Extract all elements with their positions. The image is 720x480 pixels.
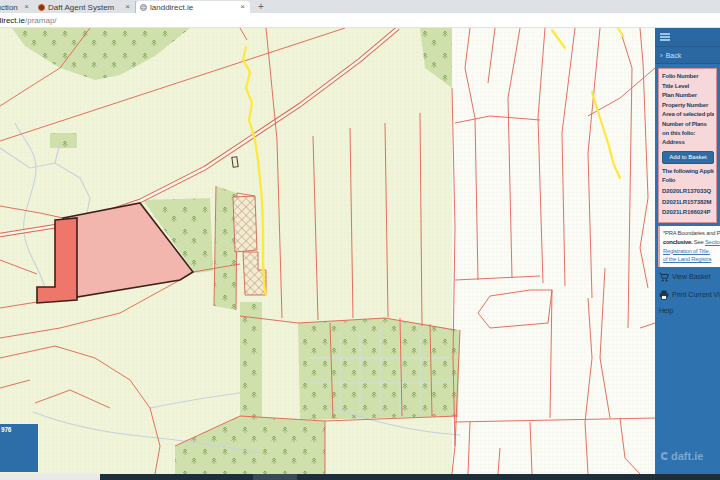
taskbar-segment xyxy=(297,474,720,480)
folio-info-text: 976 xyxy=(1,426,11,433)
land-registration-link[interactable]: of the Land Registra xyxy=(663,255,719,264)
hatched-parcel[interactable] xyxy=(233,196,257,252)
forest-area xyxy=(298,318,460,420)
registration-of-title-link[interactable]: Registration of Title, xyxy=(663,247,719,256)
menu-icon[interactable] xyxy=(660,32,670,43)
building-symbol xyxy=(232,157,238,168)
land-registry-map[interactable] xyxy=(0,28,655,474)
field-area-selected-plans: Area of selected plans xyxy=(662,110,714,120)
field-number-of-plans: Number of Plans on this folio: xyxy=(662,120,714,138)
folio-number: D2021LR157382M xyxy=(662,197,714,208)
landdirect-favicon-icon xyxy=(140,4,147,11)
url-path: /pramap/ xyxy=(25,16,57,25)
back-label: Back xyxy=(666,52,682,59)
tab-auction[interactable]: auction × xyxy=(0,1,34,13)
field-plan-number: Plan Number xyxy=(662,91,714,101)
tab-title: auction xyxy=(0,3,20,12)
folio-number: D2021LR166024P xyxy=(662,207,714,218)
tab-title: Daft Agent System xyxy=(48,3,121,12)
new-tab-button[interactable]: + xyxy=(258,2,264,12)
map-sidebar: › Back Folio Number Title Level Plan Num… xyxy=(655,28,720,474)
watermark-text: daft.ie xyxy=(671,450,703,462)
add-to-basket-button[interactable]: Add to Basket xyxy=(662,151,714,164)
field-folio-number: Folio Number xyxy=(662,72,714,82)
chevron-right-icon: › xyxy=(660,52,663,59)
tab-title: landdirect.ie xyxy=(150,3,236,12)
printer-icon xyxy=(659,290,669,300)
taskbar-segment xyxy=(253,474,297,480)
tab-bar: auction × Daft Agent System × landdirect… xyxy=(0,0,720,13)
field-address: Address xyxy=(662,138,714,148)
view-basket-label: View Basket xyxy=(672,273,710,280)
help-link[interactable]: Help xyxy=(655,303,720,314)
tab-daft-agent-system[interactable]: Daft Agent System × xyxy=(34,1,136,13)
close-icon[interactable]: × xyxy=(239,3,246,11)
daft-logo-icon xyxy=(661,452,669,460)
map-viewport[interactable]: 976 xyxy=(0,28,655,474)
daft-favicon-icon xyxy=(38,4,45,11)
folio-heading: Folio xyxy=(662,176,714,186)
field-title-level: Title Level xyxy=(662,82,714,92)
taskbar-segment xyxy=(0,474,100,480)
back-button[interactable]: › Back xyxy=(655,47,720,64)
taskbar-segment xyxy=(100,474,253,480)
tab-landdirect[interactable]: landdirect.ie × xyxy=(136,1,250,13)
print-label: Print Current Vie xyxy=(672,291,720,298)
view-basket-button[interactable]: View Basket xyxy=(655,267,720,285)
sidebar-header xyxy=(655,28,720,47)
pra-disclaimer: *PRA Boundaries and P conclusive. See Se… xyxy=(658,226,720,267)
applications-heading: The following Applicat xyxy=(662,167,714,177)
folio-number: D2020LR137033Q xyxy=(662,186,714,197)
close-icon[interactable]: × xyxy=(124,3,131,11)
browser-window: auction × Daft Agent System × landdirect… xyxy=(0,0,720,480)
address-bar[interactable]: direct.ie/pramap/ xyxy=(0,13,720,28)
url-domain: direct.ie xyxy=(0,16,25,25)
disclaimer-see: See xyxy=(694,239,704,245)
forest-area xyxy=(50,133,77,148)
disclaimer-bold: conclusive. xyxy=(663,239,692,245)
forest-area xyxy=(240,302,262,468)
taskbar xyxy=(0,474,720,480)
daft-watermark: daft.ie xyxy=(661,450,703,462)
folio-info-popup: 976 xyxy=(0,424,38,472)
cart-icon xyxy=(659,272,669,282)
field-property-number: Property Number xyxy=(662,101,714,111)
folio-details-panel: Folio Number Title Level Plan Number Pro… xyxy=(658,68,717,223)
section-link[interactable]: Sectio xyxy=(705,239,720,245)
close-icon[interactable]: × xyxy=(23,3,30,11)
disclaimer-line1: *PRA Boundaries and P xyxy=(663,229,719,238)
disclaimer-line2: conclusive. See Sectio xyxy=(663,238,719,247)
print-current-view-button[interactable]: Print Current Vie xyxy=(655,285,720,303)
